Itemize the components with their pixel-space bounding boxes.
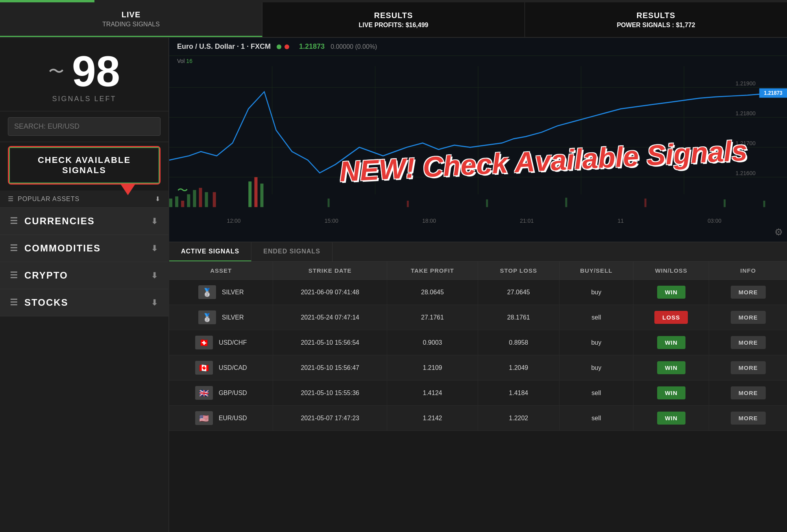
check-callout-box: CHECK AVAILABLE SIGNALS [8, 146, 161, 185]
asset-name-3: USD/CAD [219, 364, 247, 371]
cell-stop-loss-3: 1.2049 [478, 355, 559, 381]
cell-info-5: MORE [709, 406, 787, 431]
right-content: Euro / U.S. Dollar · 1 · FXCM 1.21873 0.… [169, 38, 787, 532]
cell-stop-loss-5: 1.2202 [478, 406, 559, 431]
red-dot-icon [285, 44, 289, 49]
svg-rect-27 [407, 201, 409, 207]
svg-text:1.21900: 1.21900 [735, 80, 756, 87]
signals-count-section: 〜 98 SIGNALS LEFT [0, 38, 168, 111]
chart-indicators [277, 44, 289, 49]
asset-icon-0: 🥈 [198, 285, 216, 299]
col-win-loss: WIN/LOSS [634, 262, 709, 280]
more-button-3[interactable]: MORE [731, 361, 766, 374]
asset-name-1: SILVER [222, 314, 244, 321]
cell-buy-sell-2: buy [559, 330, 633, 355]
cell-strike-date-0: 2021-06-09 07:41:48 [273, 280, 387, 305]
cell-strike-date-1: 2021-05-24 07:47:14 [273, 305, 387, 330]
cell-stop-loss-1: 28.1761 [478, 305, 559, 330]
cell-asset-5: 🇺🇸 EUR/USD [169, 406, 273, 431]
heartbeat-icon: 〜 [48, 61, 64, 82]
tab-active-signals[interactable]: ACTIVE SIGNALS [169, 242, 251, 261]
cell-asset-2: 🇨🇭 USD/CHF [169, 330, 273, 355]
col-strike-date: STRIKE DATE [273, 262, 387, 280]
svg-rect-21 [205, 192, 208, 207]
category-item-currencies[interactable]: ☰ CURRENCIES ⬇ [0, 208, 168, 235]
win-badge-3: WIN [657, 361, 685, 374]
chart-price: 1.21873 [299, 42, 325, 51]
cell-take-profit-0: 28.0645 [387, 280, 478, 305]
chart-settings-icon[interactable]: ⚙ [774, 227, 783, 238]
wave-chart-icon[interactable]: 〜 [177, 183, 188, 198]
more-button-2[interactable]: MORE [731, 336, 766, 349]
time-label-1200: 12:00 [227, 218, 241, 224]
chevron-down-icon-commodities: ⬇ [151, 244, 159, 253]
signal-count-number: 98 [72, 50, 120, 93]
chart-vol-number: 16 [186, 58, 192, 64]
chevron-down-icon-currencies: ⬇ [151, 216, 159, 226]
category-item-commodities[interactable]: ☰ COMMODITIES ⬇ [0, 235, 168, 262]
col-stop-loss: STOP LOSS [478, 262, 559, 280]
more-button-0[interactable]: MORE [731, 286, 766, 299]
cell-info-0: MORE [709, 280, 787, 305]
col-info: INFO [709, 262, 787, 280]
win-badge-5: WIN [657, 412, 685, 425]
svg-rect-16 [175, 196, 178, 207]
svg-rect-30 [645, 199, 647, 207]
search-container [0, 111, 168, 142]
cell-take-profit-1: 27.1761 [387, 305, 478, 330]
more-button-4[interactable]: MORE [731, 386, 766, 399]
check-available-signals-button[interactable]: CHECK AVAILABLE SIGNALS [9, 147, 159, 183]
cell-buy-sell-4: sell [559, 381, 633, 406]
chevron-down-icon-crypto: ⬇ [151, 271, 159, 280]
nav-item-results-live[interactable]: RESULTS LIVE PROFITS: $16,499 [262, 2, 525, 37]
svg-text:1.21600: 1.21600 [735, 170, 756, 176]
cell-info-1: MORE [709, 305, 787, 330]
cell-buy-sell-0: buy [559, 280, 633, 305]
cell-stop-loss-0: 27.0645 [478, 280, 559, 305]
svg-rect-32 [763, 201, 765, 207]
asset-name-5: EUR/USD [219, 415, 247, 422]
signals-left-label: SIGNALS LEFT [52, 95, 116, 103]
cell-asset-3: 🇨🇦 USD/CAD [169, 355, 273, 381]
category-label-crypto: CRYPTO [24, 270, 68, 281]
more-button-5[interactable]: MORE [731, 412, 766, 425]
list-icon: ☰ [8, 195, 14, 203]
more-button-1[interactable]: MORE [731, 311, 766, 324]
asset-icon-1: 🥈 [198, 310, 216, 324]
cell-strike-date-2: 2021-05-10 15:56:54 [273, 330, 387, 355]
chart-vol-line: Vol 16 [169, 56, 787, 66]
category-label-stocks: STOCKS [24, 297, 68, 308]
search-input[interactable] [8, 117, 161, 136]
list-icon-commodities: ☰ [10, 243, 18, 253]
signals-table: ASSET STRIKE DATE TAKE PROFIT STOP LOSS … [169, 262, 787, 431]
nav-subtitle-results2: POWER SIGNALS : $1,772 [617, 22, 695, 29]
chart-change: 0.00000 (0.00%) [331, 43, 377, 50]
table-row: 🇨🇭 USD/CHF 2021-05-10 15:56:54 0.9003 0.… [169, 330, 787, 355]
time-label-1800: 18:00 [422, 218, 436, 224]
cell-take-profit-5: 1.2142 [387, 406, 478, 431]
win-badge-0: WIN [657, 286, 685, 299]
green-dot-icon [277, 44, 281, 49]
category-item-stocks[interactable]: ☰ STOCKS ⬇ [0, 289, 168, 316]
svg-rect-22 [213, 192, 216, 207]
nav-item-results-power[interactable]: RESULTS POWER SIGNALS : $1,772 [525, 2, 787, 37]
time-label-11: 11 [618, 218, 624, 224]
asset-name-4: GBP/USD [219, 390, 247, 397]
chart-header: Euro / U.S. Dollar · 1 · FXCM 1.21873 0.… [169, 38, 787, 56]
nav-item-live-signals[interactable]: LIVE TRADING SIGNALS [0, 2, 262, 37]
asset-name-2: USD/CHF [219, 339, 247, 346]
cell-win-loss-2: WIN [634, 330, 709, 355]
svg-rect-15 [169, 199, 172, 207]
chart-svg-container: 1.21900 1.21800 1.21700 1.21600 1.21873 [169, 66, 787, 216]
cell-strike-date-5: 2021-05-07 17:47:23 [273, 406, 387, 431]
list-icon-currencies: ☰ [10, 216, 18, 226]
cell-strike-date-3: 2021-05-10 15:56:47 [273, 355, 387, 381]
chart-title: Euro / U.S. Dollar · 1 · FXCM [177, 42, 271, 51]
chart-time-axis: 12:00 15:00 18:00 21:01 11 03:00 ⚙ [169, 216, 787, 226]
time-label-2101: 21:01 [520, 218, 534, 224]
tab-ended-signals[interactable]: ENDED SIGNALS [251, 242, 333, 261]
table-row: 🥈 SILVER 2021-05-24 07:47:14 27.1761 28.… [169, 305, 787, 330]
table-row: 🥈 SILVER 2021-06-09 07:41:48 28.0645 27.… [169, 280, 787, 305]
category-item-crypto[interactable]: ☰ CRYPTO ⬇ [0, 262, 168, 289]
nav-title-live: LIVE [122, 10, 140, 19]
